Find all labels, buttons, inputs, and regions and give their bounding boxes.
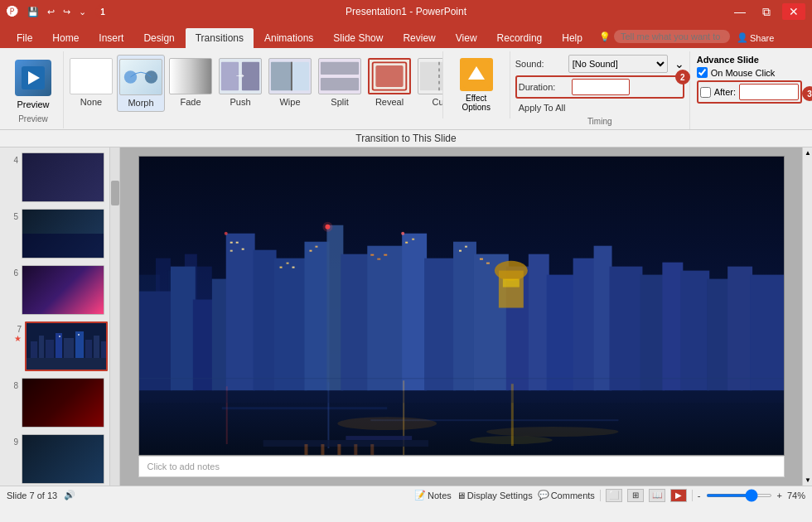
share-label[interactable]: Share — [750, 33, 774, 43]
transition-cut[interactable]: Cut — [415, 55, 442, 110]
svg-rect-82 — [486, 263, 489, 264]
transition-label-split: Split — [331, 97, 348, 107]
transition-thumb-fade — [169, 58, 212, 94]
slide-panel-scrollbar[interactable] — [109, 147, 119, 486]
slide-show-button[interactable]: ▶ — [670, 489, 687, 502]
normal-view-button[interactable]: ⬜ — [606, 489, 622, 502]
slide-number-8: 8 — [5, 378, 18, 390]
tab-slideshow[interactable]: Slide Show — [323, 28, 393, 48]
svg-rect-57 — [593, 246, 611, 391]
zoom-in-button[interactable]: + — [777, 491, 782, 500]
transition-push[interactable]: → Push — [216, 55, 264, 110]
slide-item-5[interactable]: 5 — [3, 207, 116, 260]
tab-home[interactable]: Home — [42, 28, 89, 48]
svg-rect-10 — [321, 62, 359, 75]
qat-undo[interactable]: ↩ — [45, 5, 57, 19]
slide-canvas[interactable] — [138, 156, 785, 456]
svg-rect-71 — [292, 267, 294, 268]
tell-me-area[interactable]: 💡 — [599, 30, 730, 48]
slide-item-4[interactable]: 4 — [3, 151, 116, 204]
tab-design[interactable]: Design — [133, 28, 184, 48]
zoom-level[interactable]: 74% — [787, 491, 805, 500]
svg-rect-68 — [241, 249, 244, 250]
slide-sorter-button[interactable]: ⊞ — [627, 489, 644, 502]
transition-items-group: None Morph Fade → Push Wipe — [64, 51, 442, 115]
zoom-out-button[interactable]: - — [698, 491, 701, 500]
svg-rect-105 — [337, 444, 341, 455]
duration-input[interactable]: 03.40 — [572, 79, 630, 95]
svg-rect-22 — [46, 340, 54, 358]
after-checkbox[interactable] — [700, 87, 711, 98]
svg-rect-72 — [309, 250, 312, 252]
slide-item-6[interactable]: 6 — [3, 263, 116, 317]
qat-redo[interactable]: ↪ — [60, 5, 73, 19]
scroll-down-btn[interactable]: ▼ — [803, 475, 812, 486]
sound-select[interactable]: [No Sound] — [568, 55, 668, 73]
section-title: Transition to This Slide — [7, 133, 805, 144]
tab-insert[interactable]: Insert — [89, 28, 133, 48]
effect-options-button[interactable]: Effect Options — [450, 55, 503, 115]
divider2 — [692, 490, 693, 501]
slide-star-7: ★ — [14, 334, 22, 343]
svg-rect-12 — [375, 65, 403, 87]
apply-all-button[interactable]: Apply To All — [515, 101, 569, 114]
preview-group-label: Preview — [18, 114, 48, 125]
svg-point-98 — [337, 417, 437, 430]
comments-button[interactable]: 💬 Comments — [538, 490, 595, 500]
svg-rect-54 — [528, 254, 549, 391]
transition-none[interactable]: None — [67, 55, 115, 110]
slide-item-7[interactable]: 7 ★ — [3, 320, 116, 373]
timing-group: Sound: [No Sound] ⌄ Duration: 03.40 2 Ap… — [510, 51, 690, 129]
content-scrollbar[interactable]: ▲ ▼ — [802, 147, 812, 486]
tab-recording[interactable]: Recording — [487, 28, 553, 48]
tab-help[interactable]: Help — [552, 28, 592, 48]
advance-slide-title: Advance Slide — [697, 55, 802, 65]
svg-rect-19 — [27, 358, 108, 371]
transition-reveal[interactable]: Reveal — [365, 55, 413, 110]
tab-view[interactable]: View — [446, 28, 487, 48]
scrollbar-thumb[interactable] — [111, 181, 119, 205]
svg-rect-65 — [230, 242, 232, 244]
tab-file[interactable]: File — [7, 28, 42, 48]
transition-morph[interactable]: Morph — [117, 55, 165, 112]
scroll-up-btn[interactable]: ▲ — [803, 147, 812, 158]
slide-item-9[interactable]: 9 — [3, 433, 116, 486]
slide-item-8[interactable]: 8 — [3, 376, 116, 429]
slide-details-icon: 🔊 — [64, 490, 75, 500]
share-area: 👤 Share — [737, 32, 774, 48]
effect-options-icon — [460, 58, 493, 91]
restore-button[interactable]: ⧉ — [757, 5, 776, 19]
svg-point-84 — [322, 222, 332, 232]
qat-customize[interactable]: ⌄ — [76, 5, 89, 19]
notes-button[interactable]: 📝 Notes — [414, 490, 452, 500]
tab-transitions[interactable]: Transitions — [185, 27, 254, 48]
preview-button[interactable]: Preview — [8, 55, 58, 114]
ribbon-group-preview: Preview Preview — [3, 51, 64, 128]
after-input[interactable]: 00:00.00 — [739, 84, 799, 100]
svg-rect-80 — [464, 246, 466, 248]
svg-rect-102 — [346, 436, 412, 440]
display-settings-button[interactable]: 🖥 Display Settings — [457, 491, 533, 500]
svg-rect-47 — [341, 254, 370, 391]
transition-thumb-cut — [418, 58, 442, 94]
sound-dropdown-arrow[interactable]: ⌄ — [674, 57, 684, 70]
transition-fade[interactable]: Fade — [167, 55, 215, 110]
ribbon-tabs: File Home Insert Design Transitions Anim… — [0, 23, 812, 48]
notes-area[interactable]: Click to add notes — [138, 456, 785, 477]
transition-wipe[interactable]: Wipe — [266, 55, 314, 110]
tell-me-input[interactable] — [614, 30, 730, 43]
minimize-button[interactable]: — — [729, 5, 751, 18]
zoom-slider[interactable] — [706, 494, 772, 497]
svg-text:→: → — [234, 68, 246, 82]
reading-view-button[interactable]: 📖 — [649, 489, 665, 502]
qat-save[interactable]: 💾 — [25, 5, 41, 19]
close-button[interactable]: ✕ — [782, 3, 805, 20]
tab-review[interactable]: Review — [393, 28, 445, 48]
display-icon: 🖥 — [457, 491, 466, 500]
slide-count: Slide 7 of 13 — [7, 491, 57, 500]
tab-animations[interactable]: Animations — [254, 28, 323, 48]
svg-rect-79 — [459, 250, 462, 252]
on-mouse-click-checkbox[interactable] — [697, 67, 708, 78]
svg-rect-48 — [367, 246, 404, 391]
transition-split[interactable]: Split — [316, 55, 364, 110]
